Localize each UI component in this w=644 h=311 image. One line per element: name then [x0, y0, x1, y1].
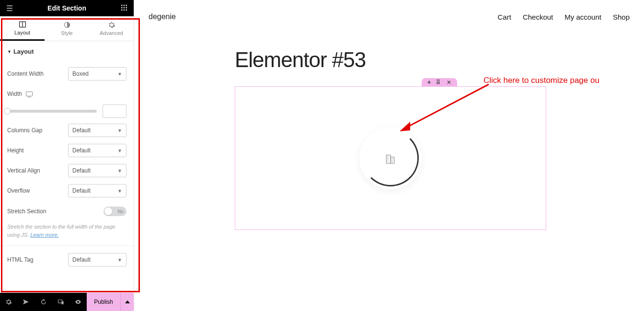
stretch-toggle[interactable]: No — [104, 207, 126, 216]
preview-area: degenie Cart Checkout My account Shop El… — [134, 0, 644, 311]
width-row: Width — [7, 84, 126, 104]
overflow-select[interactable]: Default ▼ — [68, 184, 126, 197]
svg-rect-4 — [124, 7, 125, 8]
tab-advanced[interactable]: Advanced — [89, 16, 134, 41]
height-row: Height Default ▼ — [7, 140, 126, 161]
vertical-align-row: Vertical Align Default ▼ — [7, 161, 126, 181]
annotation-text: Click here to customize page ou — [483, 76, 599, 85]
overflow-value: Default — [72, 187, 91, 194]
svg-rect-0 — [121, 4, 123, 6]
delete-section-icon[interactable]: ✕ — [447, 79, 451, 86]
edit-section-icon[interactable]: ⠿ — [436, 79, 441, 86]
toggle-thumb — [104, 207, 112, 215]
apps-icon[interactable] — [115, 4, 134, 12]
svg-marker-15 — [125, 300, 130, 303]
layout-section-toggle[interactable]: ▼ Layout — [7, 41, 126, 64]
svg-rect-5 — [126, 7, 127, 8]
columns-gap-select[interactable]: Default ▼ — [68, 124, 126, 137]
add-section-icon[interactable]: + — [427, 79, 431, 86]
overflow-row: Overflow Default ▼ — [7, 181, 126, 201]
chevron-down-icon: ▼ — [117, 188, 122, 194]
nav-checkout[interactable]: Checkout — [523, 13, 553, 21]
panel-tabs: Layout Style Advanced — [0, 16, 134, 41]
content-width-select[interactable]: Boxed ▼ — [68, 67, 126, 81]
learn-more-link[interactable]: Learn more. — [30, 232, 58, 238]
publish-options-button[interactable] — [120, 293, 134, 311]
chevron-down-icon: ▼ — [117, 128, 122, 133]
chevron-down-icon: ▼ — [117, 148, 122, 153]
contrast-icon — [63, 21, 71, 29]
width-label: Width — [7, 91, 22, 97]
html-tag-label: HTML Tag — [7, 256, 68, 263]
canvas-section: + ⠿ ✕ — [235, 86, 644, 230]
tab-layout[interactable]: Layout — [0, 16, 45, 41]
layout-section-heading: Layout — [13, 48, 34, 55]
svg-marker-12 — [23, 299, 29, 304]
history-button[interactable] — [34, 293, 52, 311]
nav-account[interactable]: My account — [564, 13, 601, 21]
height-select[interactable]: Default ▼ — [68, 144, 126, 157]
stretch-hint: Stretch the section to the full width of… — [7, 221, 126, 245]
html-tag-row: HTML Tag Default ▼ — [7, 250, 126, 270]
site-header: degenie Cart Checkout My account Shop — [134, 0, 644, 34]
width-slider-track[interactable] — [7, 110, 97, 113]
svg-rect-7 — [124, 9, 125, 11]
navigator-button[interactable] — [17, 293, 34, 311]
content-width-row: Content Width Boxed ▼ — [7, 64, 126, 84]
svg-rect-6 — [121, 9, 123, 11]
width-value-input[interactable] — [103, 104, 126, 118]
nav-cart[interactable]: Cart — [498, 13, 511, 21]
panel-footer: Publish — [0, 293, 134, 311]
editor-panel: ☰ Edit Section Layout Style Advanced ▼ L… — [0, 0, 134, 311]
chevron-down-icon: ▼ — [117, 257, 122, 263]
gear-icon — [108, 21, 115, 29]
content-width-label: Content Width — [7, 70, 68, 77]
svg-rect-8 — [126, 9, 127, 11]
panel-body: ▼ Layout Content Width Boxed ▼ Width Col… — [0, 41, 134, 293]
responsive-button[interactable] — [52, 293, 69, 311]
columns-gap-row: Columns Gap Default ▼ — [7, 120, 126, 140]
tab-layout-label: Layout — [14, 30, 30, 35]
settings-button[interactable] — [0, 293, 17, 311]
preview-button[interactable] — [69, 293, 87, 311]
chevron-down-icon: ▼ — [117, 71, 122, 77]
stretch-hint-text: Stretch the section to the full width of… — [7, 224, 115, 238]
caret-down-icon: ▼ — [7, 49, 12, 54]
overflow-label: Overflow — [7, 187, 68, 194]
chevron-down-icon: ▼ — [117, 168, 122, 173]
page-title: Elementor #53 — [235, 48, 644, 72]
vertical-align-label: Vertical Align — [7, 167, 68, 174]
tab-style[interactable]: Style — [45, 16, 89, 41]
tab-style-label: Style — [61, 30, 72, 36]
html-tag-select[interactable]: Default ▼ — [68, 253, 126, 266]
width-slider-thumb[interactable] — [4, 108, 11, 115]
panel-header: ☰ Edit Section — [0, 0, 134, 16]
vertical-align-select[interactable]: Default ▼ — [68, 164, 126, 177]
loading-spinner — [359, 127, 422, 189]
svg-rect-2 — [126, 4, 127, 6]
svg-rect-1 — [124, 4, 125, 6]
height-label: Height — [7, 147, 68, 154]
panel-title: Edit Section — [19, 4, 115, 12]
nav-shop[interactable]: Shop — [613, 13, 630, 21]
svg-rect-3 — [121, 7, 123, 8]
columns-gap-label: Columns Gap — [7, 127, 68, 134]
html-tag-value: Default — [72, 256, 91, 263]
stretch-label: Stretch Section — [7, 208, 104, 215]
publish-button[interactable]: Publish — [87, 293, 120, 311]
spinner-arc — [362, 130, 419, 186]
site-brand[interactable]: degenie — [149, 12, 176, 21]
columns-gap-value: Default — [72, 127, 91, 134]
layout-icon — [19, 21, 26, 28]
section-handle: + ⠿ ✕ — [422, 78, 457, 86]
width-slider — [7, 104, 126, 118]
divider — [0, 245, 134, 246]
stretch-row: Stretch Section No — [7, 202, 126, 221]
tab-advanced-label: Advanced — [100, 30, 123, 36]
content-width-value: Boxed — [72, 70, 89, 77]
desktop-icon[interactable] — [26, 92, 33, 96]
toggle-off-label: No — [117, 209, 124, 214]
hamburger-icon[interactable]: ☰ — [0, 4, 19, 13]
section-canvas[interactable] — [235, 86, 546, 230]
height-value: Default — [72, 147, 91, 154]
